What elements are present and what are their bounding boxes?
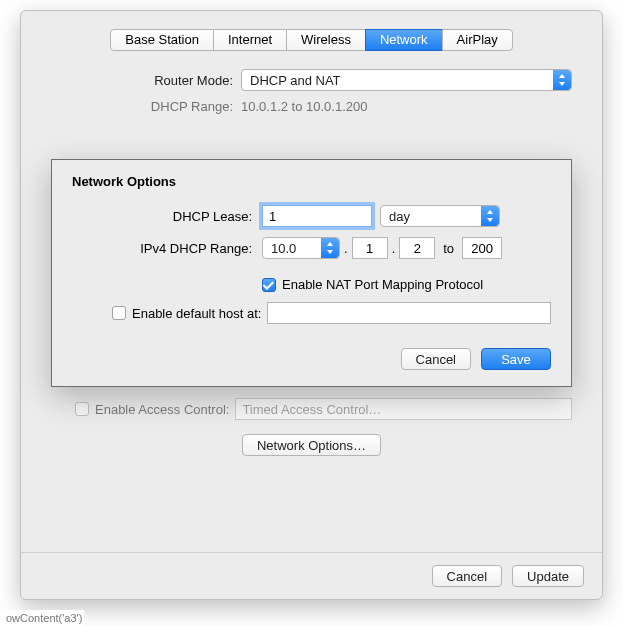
default-host-input[interactable] [267, 302, 551, 324]
dhcp-lease-input[interactable] [262, 205, 372, 227]
chevron-updown-icon [321, 238, 339, 258]
tab-bar: Base Station Internet Wireless Network A… [21, 11, 602, 51]
timed-access-control-input [235, 398, 572, 420]
enable-default-host-checkbox[interactable]: Enable default host at: [112, 306, 261, 321]
tab-network[interactable]: Network [365, 29, 443, 51]
router-mode-label: Router Mode: [51, 73, 241, 88]
corner-text: owContent('a3') [4, 610, 84, 626]
router-mode-value: DHCP and NAT [250, 73, 341, 88]
network-options-button[interactable]: Network Options… [242, 434, 381, 456]
ipv4-start-input[interactable] [399, 237, 435, 259]
dhcp-range-value: 10.0.1.2 to 10.0.1.200 [241, 99, 368, 114]
to-label: to [435, 241, 462, 256]
enable-access-control-label: Enable Access Control: [95, 402, 229, 417]
sheet-cancel-button[interactable]: Cancel [401, 348, 471, 370]
dhcp-lease-unit-value: day [389, 209, 410, 224]
enable-nat-pmp-checkbox[interactable]: Enable NAT Port Mapping Protocol [262, 277, 483, 292]
dhcp-range-label: DHCP Range: [51, 99, 241, 114]
window-footer: Cancel Update [21, 552, 602, 599]
sheet-save-button[interactable]: Save [481, 348, 551, 370]
chevron-updown-icon [481, 206, 499, 226]
dhcp-lease-label: DHCP Lease: [72, 209, 262, 224]
cancel-button[interactable]: Cancel [432, 565, 502, 587]
sheet-footer: Cancel Save [72, 348, 551, 370]
enable-access-control-checkbox[interactable]: Enable Access Control: [75, 402, 229, 417]
ipv4-octet3-input[interactable] [352, 237, 388, 259]
tablist: Base Station Internet Wireless Network A… [110, 29, 513, 51]
tab-wireless[interactable]: Wireless [286, 29, 366, 51]
tab-airplay[interactable]: AirPlay [442, 29, 513, 51]
ipv4-end-input[interactable] [462, 237, 502, 259]
sheet-title: Network Options [72, 174, 551, 189]
router-mode-select[interactable]: DHCP and NAT [241, 69, 572, 91]
dhcp-lease-unit-select[interactable]: day [380, 205, 500, 227]
checkbox-icon-unchecked [75, 402, 89, 416]
network-options-sheet: Network Options DHCP Lease: day IPv4 DHC… [51, 159, 572, 387]
enable-nat-pmp-label: Enable NAT Port Mapping Protocol [282, 277, 483, 292]
settings-window: Base Station Internet Wireless Network A… [20, 10, 603, 600]
checkbox-icon-unchecked [112, 306, 126, 320]
enable-default-host-label: Enable default host at: [132, 306, 261, 321]
dot: . [388, 241, 400, 256]
ipv4-range-label: IPv4 DHCP Range: [72, 241, 262, 256]
update-button[interactable]: Update [512, 565, 584, 587]
tab-internet[interactable]: Internet [213, 29, 287, 51]
tab-base-station[interactable]: Base Station [110, 29, 214, 51]
ipv4-subnet-value: 10.0 [271, 241, 296, 256]
checkbox-icon-checked [262, 278, 276, 292]
chevron-updown-icon [553, 70, 571, 90]
ipv4-subnet-select[interactable]: 10.0 [262, 237, 340, 259]
dot: . [340, 241, 352, 256]
